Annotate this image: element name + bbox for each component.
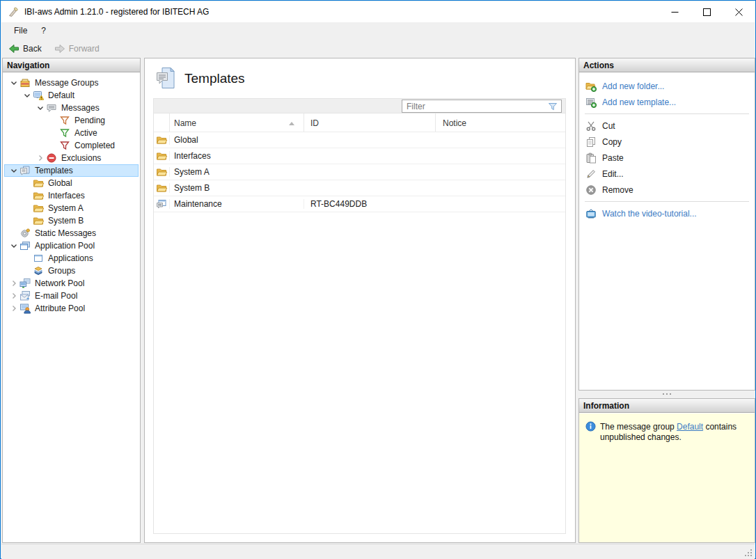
close-button[interactable]: [723, 1, 755, 22]
folder-icon: [33, 215, 47, 226]
tree-item-label: Exclusions: [60, 153, 101, 163]
tree-item-e-mail-pool[interactable]: E-mail Pool: [4, 290, 139, 302]
table-body: GlobalInterfacesSystem ASystem BMaintena…: [154, 132, 565, 212]
tree-item-exclusions[interactable]: Exclusions: [4, 152, 139, 164]
back-button[interactable]: Back: [6, 42, 45, 55]
chevron-placeholder: [22, 215, 33, 226]
table-row-interfaces[interactable]: Interfaces: [154, 148, 565, 164]
information-body: The message group Default contains unpub…: [579, 414, 755, 542]
action-label: Watch the video-tutorial...: [602, 209, 697, 219]
chevron-placeholder: [22, 253, 33, 264]
tree-item-label: Interfaces: [47, 191, 85, 200]
header-id-label: ID: [310, 118, 319, 128]
filter-box: [402, 100, 562, 113]
tree-item-messages[interactable]: Messages: [4, 102, 139, 114]
forward-button[interactable]: Forward: [52, 42, 102, 55]
tree-item-network-pool[interactable]: Network Pool: [4, 277, 139, 290]
folder-icon: [154, 182, 169, 194]
resize-grip[interactable]: [750, 555, 752, 556]
menu-help[interactable]: ?: [34, 22, 53, 40]
tree-item-static-messages[interactable]: Static Messages: [4, 227, 139, 239]
main-content: Templates Name ID: [144, 58, 576, 543]
copy-action[interactable]: Copy: [579, 134, 755, 150]
chevron-right-icon[interactable]: [8, 303, 19, 314]
header-icon-column[interactable]: [154, 113, 169, 132]
tree-item-system-b[interactable]: System B: [4, 214, 139, 227]
tree-item-attribute-pool[interactable]: Attribute Pool: [4, 302, 139, 315]
email-pool-icon: [19, 290, 33, 301]
minimize-button[interactable]: [659, 1, 691, 22]
edit-action[interactable]: Edit...: [579, 166, 755, 182]
status-bar: [1, 544, 755, 559]
tree-item-label: System B: [47, 216, 84, 226]
back-label: Back: [23, 44, 42, 54]
tree-item-active[interactable]: Active: [4, 127, 139, 139]
header-notice-label: Notice: [443, 118, 466, 128]
panel-splitter[interactable]: [578, 391, 755, 398]
chevron-placeholder: [48, 140, 59, 151]
chevron-down-icon[interactable]: [8, 165, 19, 176]
table-row-maintenance[interactable]: MaintenanceRT-BC449DDB: [154, 196, 565, 212]
header-id[interactable]: ID: [304, 113, 435, 132]
folder-icon: [33, 203, 47, 214]
templates-icon: [19, 165, 33, 176]
action-label: Copy: [602, 137, 622, 147]
chevron-down-icon[interactable]: [22, 90, 33, 101]
watch-the-video-tutorial-action[interactable]: Watch the video-tutorial...: [579, 205, 755, 221]
groups-icon: [33, 265, 47, 276]
navigation-header: Navigation: [3, 58, 140, 72]
remove-action[interactable]: Remove: [579, 182, 755, 198]
tree-item-interfaces[interactable]: Interfaces: [4, 189, 139, 202]
copy-icon: [585, 136, 597, 148]
chevron-down-icon[interactable]: [35, 102, 46, 113]
tree-item-default[interactable]: Default: [4, 89, 139, 102]
actions-separator: [585, 201, 749, 202]
tree-item-system-a[interactable]: System A: [4, 202, 139, 214]
tree-item-label: Application Pool: [33, 241, 95, 251]
cut-action[interactable]: Cut: [579, 118, 755, 134]
templates-page-icon: [156, 67, 175, 89]
tree-item-groups[interactable]: Groups: [4, 265, 139, 277]
add-folder-icon: [585, 81, 597, 92]
tree-item-label: Network Pool: [33, 278, 84, 288]
folder-icon: [154, 150, 169, 162]
chevron-right-icon[interactable]: [8, 278, 19, 289]
tree-item-label: Completed: [73, 141, 115, 150]
info-message-prefix: The message group: [600, 422, 677, 432]
chevron-down-icon[interactable]: [8, 77, 19, 88]
tree-item-templates[interactable]: Templates: [4, 164, 139, 177]
add-new-template-action[interactable]: Add new template...: [579, 94, 755, 110]
information-message: The message group Default contains unpub…: [600, 422, 750, 443]
chevron-down-icon[interactable]: [8, 240, 19, 251]
chevron-right-icon[interactable]: [8, 290, 19, 301]
chevron-placeholder: [22, 265, 33, 276]
table-row-system-a[interactable]: System A: [154, 164, 565, 180]
table-header: Name ID Notice: [154, 113, 565, 132]
filter-input[interactable]: [407, 100, 542, 112]
tree-item-completed[interactable]: Completed: [4, 139, 139, 152]
add-new-folder-action[interactable]: Add new folder...: [579, 78, 755, 94]
default-group-link[interactable]: Default: [677, 422, 703, 432]
tree-item-label: Templates: [33, 166, 73, 175]
tree-item-application-pool[interactable]: Application Pool: [4, 239, 139, 252]
paste-action[interactable]: Paste: [579, 150, 755, 166]
paste-icon: [585, 152, 597, 164]
tree-item-pending[interactable]: Pending: [4, 114, 139, 127]
table-row-system-b[interactable]: System B: [154, 180, 565, 196]
header-notice[interactable]: Notice: [435, 113, 565, 132]
navigation-panel: Navigation Message GroupsDefaultMessages…: [2, 58, 141, 543]
funnel-completed-icon: [59, 140, 73, 151]
tree-item-label: Global: [47, 178, 72, 188]
tree-item-global[interactable]: Global: [4, 177, 139, 189]
maximize-button[interactable]: [691, 1, 723, 22]
header-name[interactable]: Name: [169, 113, 304, 132]
menu-file[interactable]: File: [7, 22, 34, 40]
tree-item-applications[interactable]: Applications: [4, 252, 139, 265]
filter-funnel-icon[interactable]: [547, 101, 558, 112]
table-row-global[interactable]: Global: [154, 132, 565, 148]
window-title: IBI-aws Admin 1.21.0 - registered for IB…: [24, 1, 209, 22]
tree-item-message-groups[interactable]: Message Groups: [4, 77, 139, 89]
attribute-pool-icon: [19, 303, 33, 314]
group-default-icon: [33, 90, 47, 101]
chevron-right-icon[interactable]: [35, 152, 46, 164]
